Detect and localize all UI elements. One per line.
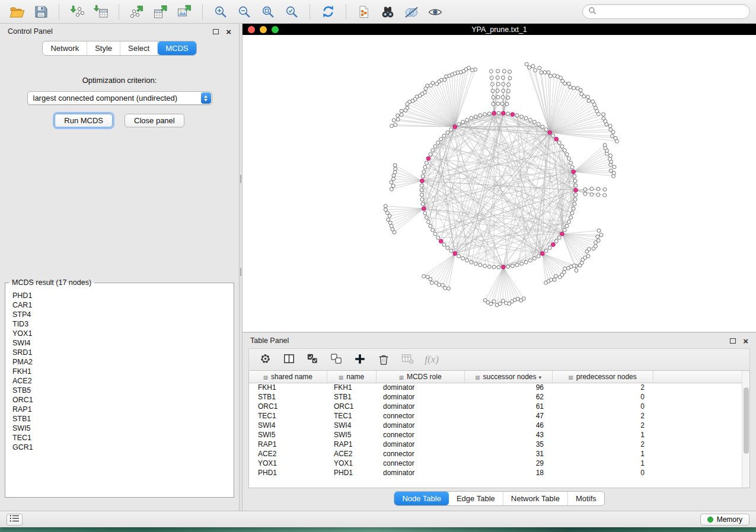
columns-icon — [282, 352, 296, 367]
mcds-result-item[interactable]: TID3 — [12, 319, 227, 329]
graphics-details-button[interactable] — [400, 2, 423, 21]
mcds-result-item[interactable]: ACE2 — [12, 376, 227, 386]
column-label: shared name — [271, 373, 312, 381]
column-type-icon: ▦ — [568, 374, 573, 380]
mcds-result-item[interactable]: PMA2 — [12, 357, 227, 367]
float-panel-icon[interactable] — [213, 29, 219, 34]
table-tab-node-table[interactable]: Node Table — [394, 492, 449, 505]
window-zoom-button[interactable] — [272, 26, 279, 33]
show-columns-button[interactable] — [280, 351, 298, 368]
window-minimize-button[interactable] — [260, 26, 267, 33]
import-network-button[interactable] — [66, 2, 88, 21]
table-panel: Table Panel × — [243, 333, 756, 511]
table-row[interactable]: ORC1ORC1dominator610 — [249, 402, 749, 411]
table-row[interactable]: PHD1PHD1dominator180 — [249, 468, 749, 477]
table-row[interactable]: SWI5SWI5connector431 — [249, 430, 749, 440]
mcds-result-item[interactable]: RAP1 — [12, 405, 227, 414]
column-header-successor-nodes[interactable]: ▦successor nodes▾ — [464, 371, 552, 383]
column-header-predecessor-nodes[interactable]: ▦predecessor nodes — [552, 371, 653, 383]
mcds-result-item[interactable]: ORC1 — [12, 395, 227, 405]
table-tab-network-table[interactable]: Network Table — [503, 492, 568, 505]
column-header-shared-name[interactable]: ▦shared name — [249, 371, 327, 383]
mcds-result-item[interactable]: SWI4 — [12, 338, 227, 348]
table-row[interactable]: TEC1TEC1connector472 — [249, 411, 749, 421]
table-row[interactable]: FKH1FKH1dominator962 — [249, 383, 749, 392]
column-label: name — [346, 373, 364, 381]
table-scrollbar[interactable] — [742, 371, 749, 488]
window-close-button[interactable] — [248, 26, 255, 33]
dropdown-stepper-icon — [201, 92, 211, 104]
table-row[interactable]: ACE2ACE2connector311 — [249, 449, 749, 459]
mcds-result-item[interactable]: STP4 — [12, 310, 227, 319]
mcds-result-item[interactable]: PHD1 — [12, 291, 227, 300]
mcds-result-item[interactable]: CAR1 — [12, 300, 227, 310]
zoom-in-button[interactable] — [209, 2, 232, 21]
import-table-button[interactable] — [90, 2, 112, 21]
search-input[interactable] — [600, 7, 744, 16]
function-builder-button[interactable]: f(x) — [422, 351, 440, 368]
panel-resize-divider[interactable] — [239, 24, 243, 511]
network-canvas[interactable] — [243, 35, 756, 332]
mcds-result-item[interactable]: TEC1 — [12, 433, 227, 443]
table-row[interactable]: YOX1YOX1connector291 — [249, 459, 749, 468]
task-history-button[interactable] — [7, 514, 23, 525]
export-image-button[interactable] — [173, 2, 196, 21]
table-scrollbar-thumb[interactable] — [744, 387, 749, 454]
mcds-result-item[interactable]: STB1 — [12, 414, 227, 424]
table-panel-title: Table Panel — [250, 336, 289, 345]
column-header-name[interactable]: ▦name — [327, 371, 376, 383]
close-panel-icon[interactable]: × — [226, 27, 231, 36]
list-icon — [9, 514, 20, 524]
column-type-icon: ▦ — [339, 374, 344, 380]
save-button[interactable] — [30, 2, 52, 21]
export-network-button[interactable] — [126, 2, 148, 21]
table-tab-motifs[interactable]: Motifs — [568, 492, 604, 505]
node-table: ▦shared name▦name▦MCDS role▦successor no… — [248, 370, 750, 488]
folder-open-icon — [9, 5, 25, 19]
table-settings-button[interactable] — [256, 351, 274, 368]
show-hide-button[interactable] — [424, 2, 446, 21]
tab-style[interactable]: Style — [87, 41, 120, 55]
control-panel: Control Panel × NetworkStyleSelectMCDS O… — [0, 24, 239, 511]
run-mcds-button[interactable]: Run MCDS — [55, 114, 113, 127]
mcds-result-item[interactable]: SWI5 — [12, 424, 227, 433]
deselect-all-button[interactable] — [327, 351, 345, 368]
memory-button[interactable]: Memory — [700, 514, 749, 525]
criterion-dropdown[interactable]: largest connected component (undirected) — [27, 91, 212, 105]
add-column-button[interactable] — [351, 351, 369, 368]
column-header-mcds-role[interactable]: ▦MCDS role — [376, 371, 464, 383]
clone-network-button[interactable] — [353, 2, 375, 21]
refresh-layout-button[interactable] — [317, 2, 339, 21]
column-type-icon: ▦ — [475, 374, 480, 380]
select-all-button[interactable] — [304, 351, 321, 368]
float-table-panel-icon[interactable] — [730, 338, 736, 344]
search-network-button[interactable] — [377, 2, 399, 21]
eye-icon — [428, 5, 443, 19]
mcds-result-item[interactable]: SRD1 — [12, 348, 227, 357]
network-window-title: YPA_prune.txt_1 — [243, 25, 756, 34]
zoom-selected-button[interactable] — [280, 2, 303, 21]
column-type-icon: ▦ — [263, 374, 268, 380]
tab-select[interactable]: Select — [120, 41, 158, 55]
table-row[interactable]: STB1STB1dominator620 — [249, 392, 749, 402]
control-panel-tabs: NetworkStyleSelectMCDS — [0, 41, 239, 56]
toolbar-separator — [346, 4, 346, 20]
toolbar-separator — [202, 4, 203, 20]
mcds-result-item[interactable]: GCR1 — [12, 443, 227, 452]
tab-mcds[interactable]: MCDS — [158, 41, 196, 55]
mcds-result-item[interactable]: FKH1 — [12, 367, 227, 376]
table-tab-edge-table[interactable]: Edge Table — [449, 492, 503, 505]
export-table-button[interactable] — [149, 2, 172, 21]
tab-network[interactable]: Network — [43, 41, 87, 55]
close-panel-button[interactable]: Close panel — [125, 114, 184, 127]
zoom-out-button[interactable] — [233, 2, 256, 21]
open-button[interactable] — [6, 2, 28, 21]
delete-column-button[interactable] — [375, 351, 393, 368]
zoom-fit-button[interactable] — [257, 2, 279, 21]
mcds-result-item[interactable]: STB5 — [12, 386, 227, 395]
table-row[interactable]: RAP1RAP1dominator352 — [249, 440, 749, 449]
table-row[interactable]: SWI4SWI4dominator462 — [249, 421, 749, 430]
close-table-panel-icon[interactable]: × — [743, 336, 748, 345]
delete-table-button[interactable] — [398, 351, 416, 368]
mcds-result-item[interactable]: YOX1 — [12, 329, 227, 338]
